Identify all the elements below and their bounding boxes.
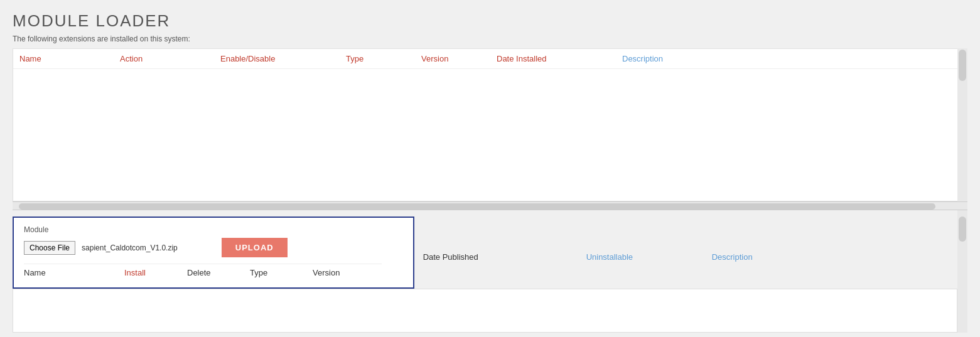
col-header-enable: Enable/Disable [220, 54, 346, 63]
col-header-type: Type [346, 54, 421, 63]
vscroll-thumb-bottom [959, 217, 966, 242]
col-header-date-installed: Date Installed [497, 54, 622, 63]
col-header-description: Description [622, 54, 961, 63]
pkg-col-header-install: Install [124, 268, 187, 277]
module-label: Module [24, 225, 403, 234]
page-subtitle: The following extensions are installed o… [13, 35, 967, 43]
upload-section: Module Choose File sapient_Caldotcom_V1.… [13, 217, 414, 289]
pkg-col-header-date-published: Date Published [423, 252, 586, 262]
col-header-name: Name [19, 54, 120, 63]
installed-table-body [13, 69, 967, 201]
pkg-col-header-uninstallable: Uninstallable [586, 252, 712, 262]
vscroll-thumb-top [959, 50, 966, 81]
pkg-col-header-version: Version [313, 268, 375, 277]
col-header-action: Action [120, 54, 220, 63]
horizontal-scrollbar[interactable] [13, 201, 967, 210]
col-header-version: Version [421, 54, 497, 63]
vertical-scrollbar-bottom[interactable] [957, 210, 967, 333]
package-table-body [13, 289, 957, 333]
pkg-col-header-description-pkg: Description [712, 252, 753, 262]
vertical-scrollbar-top[interactable] [957, 48, 967, 211]
upload-button[interactable]: UPLOAD [222, 238, 288, 257]
selected-file-name: sapient_Caldotcom_V1.0.zip [82, 243, 178, 252]
page-title: MODULE LOADER [13, 6, 967, 31]
hscroll-thumb [19, 203, 935, 210]
pkg-col-header-delete: Delete [187, 268, 250, 277]
choose-file-button[interactable]: Choose File [24, 241, 75, 255]
pkg-col-header-name: Name [24, 268, 124, 277]
pkg-col-header-type: Type [250, 268, 313, 277]
